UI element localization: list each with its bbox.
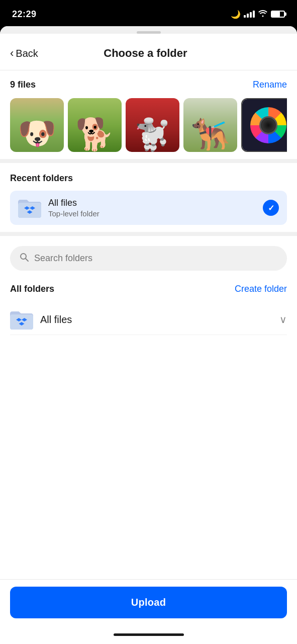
spacer — [0, 460, 297, 580]
search-input[interactable] — [34, 253, 278, 264]
home-indicator — [0, 628, 297, 644]
status-bar: 22:29 🌙 — [0, 0, 297, 26]
pull-handle-wrap — [0, 26, 297, 34]
folder-row-all-files[interactable]: All files ∨ — [10, 304, 287, 335]
thumbnail-4[interactable]: 🐕‍🦺 — [183, 98, 237, 152]
folder-row-icon — [10, 309, 33, 330]
upload-bar: Upload — [0, 579, 297, 628]
selected-check-icon: ✓ — [263, 200, 279, 216]
folder-sublabel: Top-level folder — [48, 209, 256, 218]
folder-info: All files Top-level folder — [48, 198, 256, 218]
search-bar[interactable] — [10, 246, 287, 271]
status-time: 22:29 — [12, 9, 37, 20]
status-icons: 🌙 — [231, 9, 285, 19]
battery-icon — [271, 11, 285, 18]
back-chevron-icon: ‹ — [10, 47, 14, 60]
thumbnail-5-camera[interactable] — [241, 98, 287, 152]
folder-name: All files — [48, 198, 256, 208]
thumbnails-row: 🐶 🐕 🐩 🐕‍🦺 — [10, 98, 287, 152]
moon-icon: 🌙 — [231, 10, 241, 19]
files-count: 9 files — [10, 79, 36, 90]
upload-button[interactable]: Upload — [10, 587, 287, 618]
all-folders-label: All folders — [10, 284, 54, 294]
recent-folders-section: Recent folders All files Top-level fold — [0, 163, 297, 236]
search-section — [0, 236, 297, 276]
thumbnail-3[interactable]: 🐩 — [126, 98, 179, 152]
back-button[interactable]: ‹ Back — [8, 45, 46, 62]
camera-lens-icon — [250, 107, 286, 143]
signal-bars-icon — [244, 11, 255, 18]
page-title: Choose a folder — [46, 47, 245, 60]
files-header: 9 files Rename — [10, 79, 287, 90]
folder-row-name: All files — [40, 314, 272, 326]
thumbnail-1[interactable]: 🐶 — [10, 98, 64, 152]
files-section: 9 files Rename 🐶 🐕 🐩 — [0, 70, 297, 163]
sheet: ‹ Back Choose a folder 9 files Rename 🐶 … — [0, 26, 297, 644]
svg-line-4 — [26, 259, 29, 262]
search-icon — [19, 252, 29, 265]
header: ‹ Back Choose a folder — [0, 34, 297, 70]
chevron-down-icon: ∨ — [279, 313, 287, 326]
wifi-icon — [258, 9, 268, 19]
folder-icon — [18, 198, 41, 218]
rename-button[interactable]: Rename — [253, 79, 287, 90]
back-label: Back — [16, 48, 38, 59]
recent-folders-label: Recent folders — [10, 173, 287, 184]
create-folder-button[interactable]: Create folder — [235, 284, 287, 294]
recent-folder-item-all-files[interactable]: All files Top-level folder ✓ — [10, 191, 287, 225]
folders-header: All folders Create folder — [10, 284, 287, 294]
home-bar — [114, 633, 184, 636]
all-folders-section: All folders Create folder All files ∨ — [0, 276, 297, 460]
thumbnail-2[interactable]: 🐕 — [68, 98, 122, 152]
checkmark-symbol: ✓ — [268, 203, 274, 213]
